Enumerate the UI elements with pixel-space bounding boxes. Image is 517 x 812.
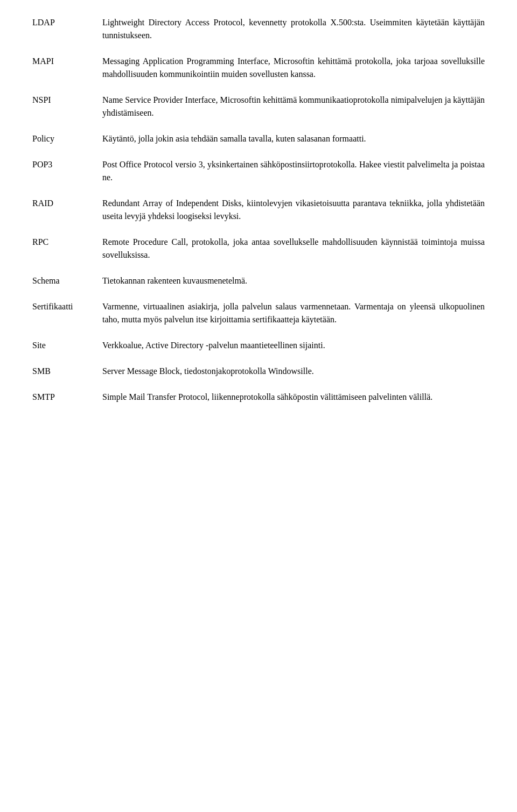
term-label: Schema xyxy=(32,274,102,287)
definition-text: Tietokannan rakenteen kuvausmenetelmä. xyxy=(102,274,485,287)
term-label: POP3 xyxy=(32,158,102,171)
glossary-container: LDAPLightweight Directory Access Protoco… xyxy=(32,16,485,404)
definition-text: Post Office Protocol versio 3, yksinkert… xyxy=(102,158,485,184)
term-label: NSPI xyxy=(32,94,102,107)
definition-text: Remote Procedure Call, protokolla, joka … xyxy=(102,236,485,262)
glossary-row: SMBServer Message Block, tiedostonjakopr… xyxy=(32,365,485,378)
term-label: SMTP xyxy=(32,391,102,404)
glossary-row: SMTPSimple Mail Transfer Protocol, liike… xyxy=(32,391,485,404)
definition-text: Käytäntö, jolla jokin asia tehdään samal… xyxy=(102,132,485,145)
definition-text: Lightweight Directory Access Protocol, k… xyxy=(102,16,485,42)
term-label: MAPI xyxy=(32,55,102,68)
glossary-row: LDAPLightweight Directory Access Protoco… xyxy=(32,16,485,42)
definition-text: Server Message Block, tiedostonjakoproto… xyxy=(102,365,485,378)
definition-text: Name Service Provider Interface, Microso… xyxy=(102,94,485,119)
glossary-row: SertifikaattiVarmenne, virtuaalinen asia… xyxy=(32,300,485,326)
definition-text: Verkkoalue, Active Directory -palvelun m… xyxy=(102,339,485,352)
term-label: SMB xyxy=(32,365,102,378)
term-label: RAID xyxy=(32,197,102,210)
definition-text: Redundant Array of Independent Disks, ki… xyxy=(102,197,485,223)
glossary-row: NSPIName Service Provider Interface, Mic… xyxy=(32,94,485,119)
glossary-row: SchemaTietokannan rakenteen kuvausmenete… xyxy=(32,274,485,287)
term-label: Site xyxy=(32,339,102,352)
definition-text: Messaging Application Programming Interf… xyxy=(102,55,485,81)
glossary-row: RPCRemote Procedure Call, protokolla, jo… xyxy=(32,236,485,262)
definition-text: Simple Mail Transfer Protocol, liikennep… xyxy=(102,391,485,404)
term-label: LDAP xyxy=(32,16,102,29)
glossary-row: SiteVerkkoalue, Active Directory -palvel… xyxy=(32,339,485,352)
glossary-row: POP3Post Office Protocol versio 3, yksin… xyxy=(32,158,485,184)
definition-text: Varmenne, virtuaalinen asiakirja, jolla … xyxy=(102,300,485,326)
glossary-row: MAPIMessaging Application Programming In… xyxy=(32,55,485,81)
term-label: RPC xyxy=(32,236,102,249)
term-label: Sertifikaatti xyxy=(32,300,102,313)
glossary-row: RAIDRedundant Array of Independent Disks… xyxy=(32,197,485,223)
term-label: Policy xyxy=(32,132,102,145)
glossary-row: PolicyKäytäntö, jolla jokin asia tehdään… xyxy=(32,132,485,145)
